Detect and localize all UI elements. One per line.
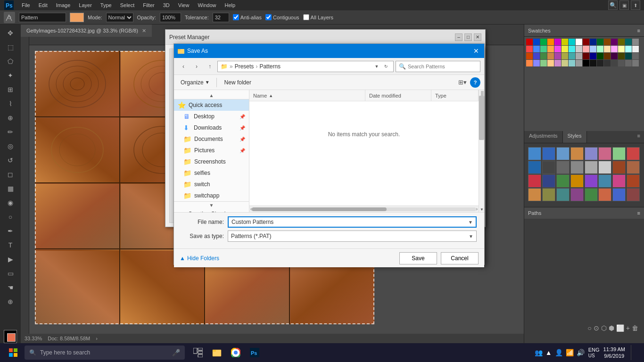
pattern-input[interactable] <box>19 13 66 22</box>
style-swatch[interactable] <box>542 161 555 174</box>
color-swatch[interactable] <box>533 39 540 45</box>
file-explorer-icon[interactable] <box>209 345 224 360</box>
color-swatch[interactable] <box>590 39 596 45</box>
color-swatch[interactable] <box>576 60 582 66</box>
style-swatch[interactable] <box>585 161 598 174</box>
color-swatch[interactable] <box>597 46 603 52</box>
anti-alias-checkbox[interactable] <box>233 14 239 20</box>
color-swatch[interactable] <box>583 46 589 52</box>
style-swatch[interactable] <box>627 188 640 201</box>
color-swatch[interactable] <box>569 39 575 45</box>
color-swatch[interactable] <box>611 39 618 45</box>
style-swatch[interactable] <box>598 161 611 174</box>
sidebar-switch[interactable]: 📁 switch <box>174 179 249 190</box>
color-swatch[interactable] <box>583 60 589 66</box>
tray-user-icon[interactable]: 👤 <box>555 349 563 356</box>
color-swatch[interactable] <box>547 39 554 45</box>
color-swatch[interactable] <box>554 39 561 45</box>
save-button[interactable]: Save <box>399 252 437 264</box>
document-tab[interactable]: GettyImages-1027284332.jpg @ 33.3% (RGB/… <box>21 25 152 37</box>
anti-alias-checkbox-label[interactable]: Anti-alias <box>233 14 262 20</box>
menu-filter[interactable]: Filter <box>139 1 158 9</box>
tool-eyedropper[interactable]: ⌇ <box>3 97 18 110</box>
style-swatch[interactable] <box>612 147 626 160</box>
sidebar-selfies[interactable]: 📁 selfies <box>174 167 249 179</box>
breadcrumb-patterns[interactable]: Patterns <box>259 63 281 70</box>
menu-3d[interactable]: 3D <box>159 1 173 9</box>
menu-type[interactable]: Type <box>97 1 116 9</box>
tray-wifi-icon[interactable]: 📶 <box>566 349 574 356</box>
style-swatch[interactable] <box>612 161 626 174</box>
style-swatch[interactable] <box>528 161 541 174</box>
menu-window[interactable]: Window <box>194 1 220 9</box>
color-swatch[interactable] <box>533 53 540 59</box>
color-swatch[interactable] <box>554 53 561 59</box>
selection-to-path-icon[interactable]: ⬢ <box>609 324 614 332</box>
share-icon[interactable]: ⬆ <box>631 0 640 10</box>
photoshop-taskbar-icon[interactable]: Ps <box>247 345 262 360</box>
style-swatch[interactable] <box>556 174 570 188</box>
horizontal-scrollbar[interactable]: ‹ › <box>249 206 479 212</box>
color-swatch[interactable] <box>604 46 611 52</box>
color-swatch[interactable] <box>526 53 533 59</box>
color-swatch[interactable] <box>540 46 547 52</box>
color-swatch[interactable] <box>526 60 533 66</box>
color-swatch[interactable] <box>625 53 632 59</box>
delete-path-icon[interactable]: 🗑 <box>632 324 638 332</box>
mask-icon[interactable]: ⬜ <box>616 324 624 332</box>
color-swatch[interactable] <box>561 60 568 66</box>
preset-manager-maximize-btn[interactable]: □ <box>464 33 472 41</box>
color-swatch[interactable] <box>569 60 575 66</box>
path-fill-icon[interactable]: ○ <box>587 324 591 332</box>
color-swatch[interactable] <box>618 46 625 52</box>
col-header-date[interactable]: Date modified <box>365 90 431 101</box>
color-swatch[interactable] <box>554 46 561 52</box>
color-swatch[interactable] <box>576 46 582 52</box>
all-layers-checkbox-label[interactable]: All Layers <box>303 14 333 20</box>
tray-expand-icon[interactable]: ▲ <box>545 349 552 356</box>
sidebar-scroll-down-arrow[interactable]: ▼ <box>209 203 214 208</box>
cancel-button[interactable]: Cancel <box>441 252 479 264</box>
contiguous-checkbox-label[interactable]: Contiguous <box>265 14 299 20</box>
color-swatch[interactable] <box>576 53 582 59</box>
tool-crop[interactable]: ⊞ <box>3 83 18 96</box>
foreground-color[interactable] <box>4 330 17 343</box>
color-swatch[interactable] <box>625 46 632 52</box>
help-button[interactable]: ? <box>470 77 480 88</box>
hscroll-track[interactable] <box>252 207 476 211</box>
up-button[interactable]: ↑ <box>204 61 215 72</box>
color-swatch[interactable] <box>625 39 632 45</box>
color-swatch[interactable] <box>590 53 596 59</box>
color-swatch[interactable] <box>604 53 611 59</box>
color-swatch[interactable] <box>632 60 639 66</box>
all-layers-checkbox[interactable] <box>303 14 309 20</box>
view-icon[interactable]: ▣ <box>619 0 629 10</box>
contiguous-checkbox[interactable] <box>265 14 272 20</box>
color-swatch[interactable] <box>533 60 540 66</box>
style-swatch[interactable] <box>585 174 598 188</box>
color-swatch[interactable] <box>632 53 639 59</box>
color-swatch[interactable] <box>618 60 625 66</box>
pattern-swatch[interactable] <box>70 13 84 22</box>
tool-rectangle-select[interactable]: ⬚ <box>3 41 18 54</box>
filename-dropdown-arrow[interactable]: ▼ <box>468 220 473 225</box>
color-swatch[interactable] <box>526 39 533 45</box>
color-swatch[interactable] <box>554 60 561 66</box>
color-swatch[interactable] <box>576 39 582 45</box>
preset-manager-close-btn[interactable]: ✕ <box>474 33 481 41</box>
color-swatch[interactable] <box>604 39 611 45</box>
style-swatch[interactable] <box>570 161 584 174</box>
tray-network-icon[interactable]: 👥 <box>535 349 543 356</box>
menu-view[interactable]: View <box>174 1 193 9</box>
style-swatch[interactable] <box>627 174 640 188</box>
style-swatch[interactable] <box>585 188 598 201</box>
color-swatch[interactable] <box>569 46 575 52</box>
path-stroke-icon[interactable]: ⊙ <box>594 324 599 332</box>
new-path-icon[interactable]: + <box>626 324 630 332</box>
new-folder-button[interactable]: New folder <box>221 78 255 87</box>
breadcrumb-dropdown-btn[interactable]: ▼ <box>372 62 381 71</box>
tolerance-input[interactable] <box>213 13 229 22</box>
search-icon[interactable]: 🔍 <box>608 0 618 10</box>
menu-file[interactable]: File <box>18 1 34 9</box>
color-swatch[interactable] <box>611 53 618 59</box>
